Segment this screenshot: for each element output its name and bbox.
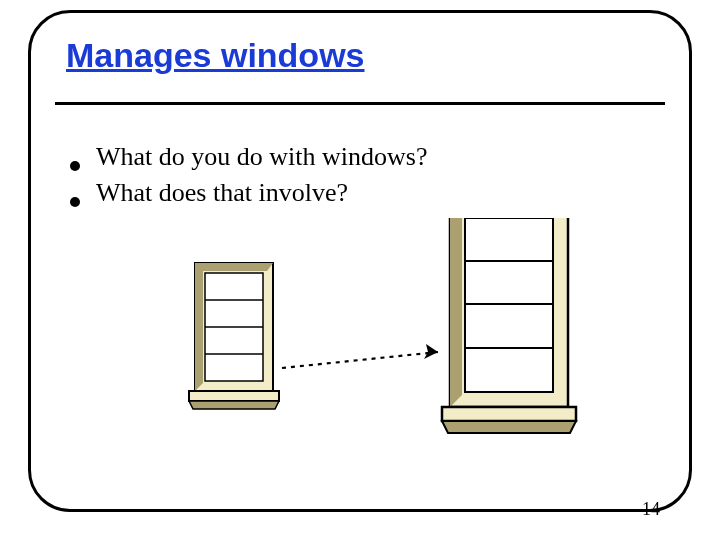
svg-rect-14: [442, 407, 576, 421]
arrow-icon: [282, 344, 438, 368]
large-window-icon: [442, 218, 576, 433]
page-number: 14: [642, 499, 660, 520]
slide-title: Manages windows: [66, 36, 365, 75]
bullet-text: What do you do with windows?: [96, 142, 427, 172]
list-item: What does that involve?: [70, 178, 590, 208]
bullet-icon: [70, 197, 80, 207]
title-underline-rule: [55, 102, 665, 105]
list-item: What do you do with windows?: [70, 142, 590, 172]
bullet-text: What does that involve?: [96, 178, 348, 208]
svg-rect-6: [189, 391, 279, 401]
slide: Manages windows What do you do with wind…: [0, 0, 720, 540]
illustration: [160, 218, 600, 463]
svg-marker-7: [189, 401, 279, 409]
svg-marker-15: [442, 421, 576, 433]
windows-illustration-svg: [160, 218, 600, 463]
bullet-icon: [70, 161, 80, 171]
svg-marker-17: [424, 344, 438, 359]
bullet-list: What do you do with windows? What does t…: [70, 142, 590, 214]
svg-line-16: [282, 352, 438, 368]
small-window-icon: [189, 263, 279, 409]
